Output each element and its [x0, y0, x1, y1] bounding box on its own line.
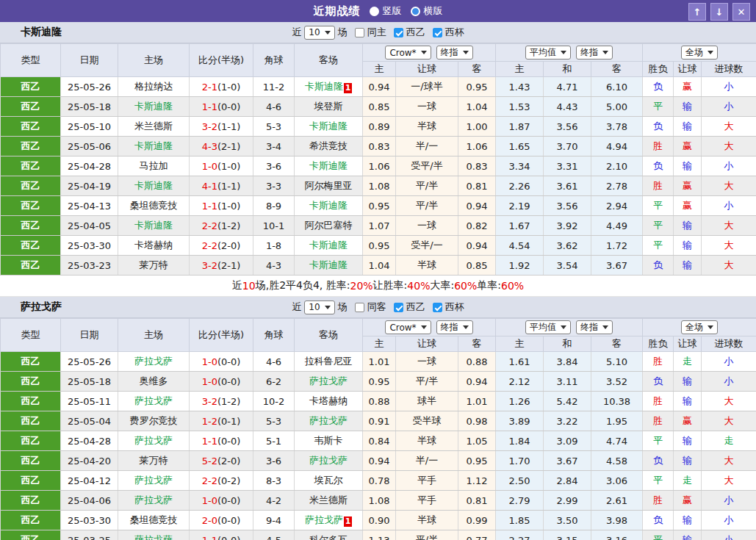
sub-header-6: 胜负: [643, 62, 674, 77]
average-select[interactable]: 平均值: [525, 320, 571, 334]
close-button[interactable]: ✕: [732, 3, 750, 21]
result-cell: 负: [643, 117, 674, 137]
away-team-cell: 埃瓦尔: [295, 471, 363, 491]
cup-checkbox[interactable]: [433, 303, 442, 312]
handicap-cell: 一球: [396, 216, 458, 236]
avg-draw-cell: 2.99: [544, 491, 591, 511]
home-team-name: 卡斯迪隆: [134, 180, 173, 191]
odds-away-cell: 0.94: [458, 196, 496, 216]
avg-home-cell: 1.43: [496, 77, 544, 97]
average-select[interactable]: 平均值: [525, 46, 571, 60]
down-button[interactable]: ↓: [710, 3, 728, 21]
goals-result-cell: 大: [702, 256, 756, 276]
bookmaker-select[interactable]: Crow*: [385, 46, 431, 60]
away-team-cell: 米兰德斯: [295, 491, 363, 511]
avg-away-cell: 10.38: [591, 392, 643, 411]
corner-cell: 4-2: [253, 491, 295, 511]
type-cell: 西乙: [1, 156, 61, 176]
match-row: 西乙25-05-04费罗尔竞技1-2(0-1)5-3萨拉戈萨0.91受半球0.9…: [1, 411, 756, 431]
handicap-result-cell: 赢: [674, 491, 702, 511]
corner-cell: 5-3: [253, 117, 295, 137]
fulltime-score: 4-1: [202, 181, 217, 192]
odds-time-select[interactable]: 终指: [436, 46, 473, 60]
view-radio-horizontal[interactable]: 横版: [411, 4, 443, 18]
home-team-name: 萨拉戈萨: [134, 395, 173, 406]
chevron-down-icon: [561, 325, 566, 329]
avg-time-select[interactable]: 终指: [576, 46, 613, 60]
recent-games-select[interactable]: 10: [304, 26, 334, 40]
away-team-name: 拉科鲁尼亚: [305, 356, 353, 367]
avg-draw-cell: 3.15: [544, 530, 591, 540]
column-header-0: 类型: [1, 319, 61, 352]
summary-segment: 近: [232, 279, 242, 292]
group-selects: 全场: [644, 46, 755, 60]
result-cell: 平: [643, 471, 674, 491]
sub-header-7: 让球: [674, 62, 702, 77]
handicap-cell: 受平/半: [396, 156, 458, 176]
avg-draw-cell: 3.67: [544, 451, 591, 471]
same-venue-checkbox[interactable]: [355, 303, 364, 312]
goals-result-cell: 大: [702, 392, 756, 411]
odds-time-select[interactable]: 终指: [436, 320, 473, 334]
handicap-cell: 平/半: [396, 530, 458, 540]
match-row: 西乙25-04-05卡斯迪隆2-2(1-2)10-1阿尔巴塞特1.07一球0.8…: [1, 216, 756, 236]
up-button[interactable]: ↑: [688, 3, 706, 21]
sub-header-0: 主: [363, 336, 396, 352]
fulltime-score: 1-0: [202, 495, 217, 506]
recent-games-select[interactable]: 10: [304, 300, 334, 314]
group-selects: 平均值终指: [497, 46, 641, 60]
sub-header-5: 客: [591, 62, 643, 77]
match-row: 西乙25-04-28马拉加1-0(1-0)3-6卡斯迪隆1.06受平/半0.83…: [1, 156, 756, 176]
date-cell: 25-03-23: [61, 256, 118, 276]
odds-away-cell: 0.99: [458, 511, 496, 530]
match-row: 西乙25-04-19卡斯迪隆4-1(1-1)3-3阿尔梅里亚1.08平/半0.8…: [1, 176, 756, 196]
league-checkbox[interactable]: [394, 303, 403, 312]
close-icon: ✕: [738, 7, 746, 18]
away-team-name: 埃登斯: [314, 101, 343, 112]
sub-header-3: 主: [496, 336, 544, 352]
corner-cell: 5-3: [253, 411, 295, 431]
home-team-name: 格拉纳达: [134, 81, 173, 92]
chevron-down-icon: [708, 51, 713, 54]
odds-home-cell: 0.95: [363, 196, 396, 216]
corner-cell: 3-3: [253, 176, 295, 196]
match-row: 西乙25-03-30桑坦德竞技2-0(0-0)9-4萨拉戈萨10.90半球0.9…: [1, 511, 756, 530]
avg-time-select[interactable]: 终指: [576, 320, 613, 334]
filter-controls: 近10场同客西乙西杯: [292, 300, 464, 314]
stats-summary: 近10场,胜2平4负4, 胜率:20% 让胜率:40% 大率:60% 单率:60…: [0, 276, 756, 297]
avg-away-cell: 4.58: [591, 451, 643, 471]
result-cell: 平: [643, 236, 674, 256]
result-cell: 负: [643, 372, 674, 392]
bookmaker-select[interactable]: Crow*: [385, 320, 431, 334]
result-cell: 平: [643, 216, 674, 236]
goals-result-cell: 小: [702, 530, 756, 540]
date-cell: 25-05-18: [61, 372, 118, 392]
cup-checkbox[interactable]: [433, 28, 442, 37]
league-checkbox[interactable]: [394, 28, 403, 37]
avg-draw-cell: 3.61: [544, 176, 591, 196]
away-team-name: 萨拉戈萨: [309, 455, 348, 466]
column-header-2: 主场: [118, 319, 190, 352]
chevron-down-icon: [421, 51, 427, 54]
same-venue-checkbox[interactable]: [355, 28, 364, 37]
halftime-score: (0-2): [217, 475, 240, 486]
recent-games-select-value: 10: [309, 27, 320, 37]
avg-draw-cell: 3.11: [544, 372, 591, 392]
match-row: 西乙25-05-26萨拉戈萨1-0(0-0)4-6拉科鲁尼亚1.01一球0.88…: [1, 352, 756, 372]
recent-games-select-value: 10: [309, 302, 320, 312]
sub-header-4: 和: [544, 336, 591, 352]
scope-select[interactable]: 全场: [681, 320, 718, 334]
date-cell: 25-05-26: [61, 77, 118, 97]
view-radio-vertical[interactable]: 竖版: [370, 4, 402, 18]
corner-cell: 5-1: [253, 431, 295, 451]
odds-away-cell: 0.85: [458, 256, 496, 276]
home-team-cell: 米兰德斯: [118, 117, 190, 137]
scope-select[interactable]: 全场: [681, 46, 718, 60]
fulltime-score: 1-0: [202, 161, 217, 172]
sub-header-2: 客: [458, 336, 496, 352]
match-row: 西乙25-05-18卡斯迪隆1-1(0-0)4-6埃登斯0.85一球1.041.…: [1, 97, 756, 117]
avg-home-cell: 2.27: [496, 530, 544, 540]
match-row: 西乙25-04-13桑坦德竞技1-1(1-0)8-9卡斯迪隆0.95平/半0.9…: [1, 196, 756, 216]
halftime-score: (0-0): [217, 495, 240, 506]
handicap-cell: 一/球半: [396, 77, 458, 97]
